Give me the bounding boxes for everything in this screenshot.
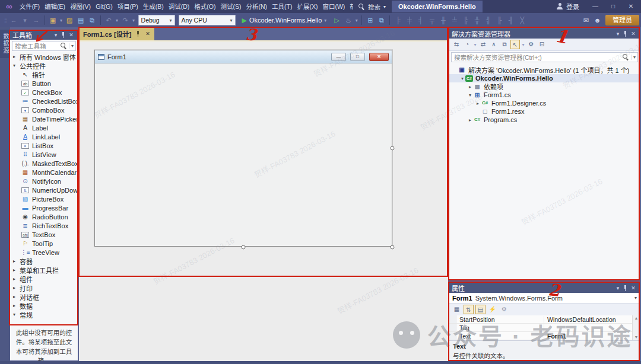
dropdown-arrow-icon[interactable]: ▾ [521, 42, 526, 47]
close-icon[interactable]: ✕ [629, 285, 637, 291]
dropdown-arrow-icon[interactable]: ▾ [115, 18, 120, 23]
toolbox-search-input[interactable] [12, 43, 61, 50]
solution-platforms-dropdown[interactable]: Any CPU ▾ [179, 15, 236, 25]
dropdown-arrow-icon[interactable]: ▾ [472, 42, 478, 47]
expander-icon[interactable]: ▸ [13, 258, 20, 264]
hot-reload-icon[interactable]: ♨ [343, 15, 353, 25]
new-project-icon[interactable]: ▣ [48, 15, 58, 25]
tree-item[interactable]: ▾C#Okcoder.WinForms.Hello [449, 74, 640, 82]
expander-icon[interactable]: ▾ [13, 312, 20, 317]
send-feedback-icon[interactable]: ✉ [581, 15, 591, 25]
expander-icon[interactable]: ▸ [13, 303, 20, 308]
align-icon[interactable]: ╞ [393, 15, 403, 25]
expander-icon[interactable]: ▸ [467, 84, 473, 90]
property-value[interactable]: Form1 [544, 333, 640, 340]
minimize-button[interactable]: — [586, 0, 604, 13]
track-active-item-icon[interactable]: ↖ [510, 40, 520, 49]
toolbox-group[interactable]: ▾公共控件 [10, 61, 78, 70]
start-debugging-button[interactable]: ▶ Okcoder.WinForms.Hello ▾ [239, 14, 331, 26]
toolbox-item[interactable]: ▾ComboBox [10, 106, 78, 114]
expander-icon[interactable]: ▸ [13, 294, 20, 299]
live-preview-icon[interactable]: ⊞ [365, 15, 375, 25]
solution-explorer-header[interactable]: 解决方案资源管理器 ▾ ✕ [449, 28, 640, 39]
toolbox-item[interactable]: ◉RadioButton [10, 212, 78, 221]
pin-icon[interactable] [622, 285, 629, 292]
align-icon[interactable]: ╪ [404, 15, 414, 25]
resize-handle-bottom[interactable] [242, 245, 246, 250]
chevron-down-icon[interactable]: ▾ [631, 55, 637, 60]
form1-design-window[interactable]: Form1 — □ ✕ [94, 50, 392, 247]
properties-header[interactable]: 属性 ▾ ✕ [449, 283, 640, 293]
toolbox-item[interactable]: ab|TextBox [10, 230, 78, 239]
save-icon[interactable]: ▤ [76, 15, 86, 25]
window-position-icon[interactable]: ▾ [614, 31, 622, 37]
menu-item[interactable]: 生成(B) [141, 0, 166, 13]
dropdown-arrow-icon[interactable]: ▾ [354, 18, 359, 23]
target-device-icon[interactable]: ⧉ [376, 15, 386, 25]
toolbar-drag-handle[interactable]: ⁞⁞ [4, 17, 7, 24]
toolbox-group[interactable]: ▾常规 [10, 310, 78, 319]
tree-item[interactable]: ▾⊞Form1.cs [449, 91, 640, 99]
menu-item[interactable]: 项目(P) [115, 0, 141, 13]
collapse-all-icon[interactable]: ∧ [489, 40, 499, 49]
close-icon[interactable]: ✕ [629, 31, 637, 37]
object-selector-dropdown[interactable]: Form1 System.Windows.Forms.Form ▾ [449, 293, 640, 304]
menu-item[interactable]: 格式(O) [192, 0, 218, 13]
toolbox-item[interactable]: ALinkLabel [10, 132, 78, 141]
quick-search-box[interactable]: 搜索 ▾ [356, 0, 388, 13]
redo-icon[interactable]: ↷ [120, 15, 131, 25]
expander-icon[interactable]: ▸ [13, 267, 20, 273]
undo-icon[interactable]: ↶ [104, 15, 114, 25]
expander-icon[interactable]: ▾ [13, 63, 20, 68]
toolbox-group[interactable]: ▸所有 Windows 窗体 [10, 52, 78, 61]
toolbox-item[interactable]: ▬ProgressBar [10, 203, 78, 212]
toolbox-item[interactable]: ⠿ListView [10, 150, 78, 159]
preview-selected-items-icon[interactable]: ⊟ [537, 40, 547, 49]
dropdown-arrow-icon[interactable]: ▾ [59, 18, 64, 23]
close-icon[interactable]: ✕ [145, 31, 150, 37]
switch-views-icon[interactable]: ⇆ [452, 40, 461, 49]
navigate-back-icon[interactable]: ← [9, 15, 19, 25]
toolbox-item[interactable]: ≣RichTextBox [10, 221, 78, 230]
start-without-debugging-icon[interactable]: ▷ [332, 15, 342, 25]
toolbox-item[interactable]: ▦DateTimePicker [10, 114, 78, 123]
resize-handle-corner[interactable] [391, 245, 395, 250]
toolbox-item[interactable]: ⚐ToolTip [10, 239, 78, 248]
menu-item[interactable]: 编辑(E) [42, 0, 68, 13]
toolbox-header[interactable]: 工具箱 ▾ ✕ [10, 30, 78, 40]
expander-icon[interactable]: ▸ [13, 285, 20, 290]
property-row[interactable]: Tag [449, 324, 640, 332]
align-icon[interactable]: ╧ [449, 15, 459, 25]
tree-item[interactable]: ▢Form1.resx [449, 107, 640, 116]
tab-form1-designer[interactable]: Form1.cs [设计] ✕ [79, 27, 154, 40]
categorized-icon[interactable]: ▦ [452, 305, 462, 314]
dropdown-arrow-icon[interactable]: ▾ [131, 18, 137, 23]
menu-item[interactable]: 测试(S) [218, 0, 243, 13]
pin-icon[interactable] [135, 30, 142, 37]
expander-icon[interactable]: ▾ [459, 76, 465, 81]
properties-scrollbar[interactable]: ▲▼ [632, 315, 640, 340]
sign-in-button[interactable]: 登录 [556, 0, 579, 13]
administrator-badge[interactable]: 管理员 [605, 15, 639, 25]
align-icon[interactable]: ╤ [427, 15, 437, 25]
align-icon[interactable]: ╬ [472, 15, 482, 25]
open-file-icon[interactable]: ▨ [65, 15, 75, 25]
window-position-icon[interactable]: ▾ [614, 285, 622, 291]
expander-icon[interactable]: ▸ [475, 101, 481, 106]
menu-item[interactable]: 工具(T) [269, 0, 294, 13]
align-icon[interactable]: ╫ [438, 15, 448, 25]
menu-item[interactable]: 视图(V) [68, 0, 93, 13]
pin-icon[interactable] [622, 30, 629, 37]
align-icon[interactable]: ╳ [517, 15, 527, 25]
toolbox-search[interactable]: ▾ [12, 41, 76, 51]
resize-handle-right[interactable] [391, 146, 395, 151]
toolbox-item[interactable]: ⇅NumericUpDown [10, 186, 78, 194]
solution-search[interactable]: ▾ [451, 52, 638, 62]
notifications-icon[interactable]: ☻ [592, 15, 602, 25]
navigate-dropdown-icon[interactable]: ▾ [20, 15, 30, 25]
close-button[interactable]: ✕ [622, 0, 640, 13]
toolbox-group[interactable]: ▸组件 [10, 274, 78, 283]
navigate-forward-icon[interactable]: → [31, 15, 42, 25]
toolbox-item[interactable]: ▨PictureBox [10, 194, 78, 203]
toolbox-item[interactable]: ▦MonthCalendar [10, 168, 78, 177]
